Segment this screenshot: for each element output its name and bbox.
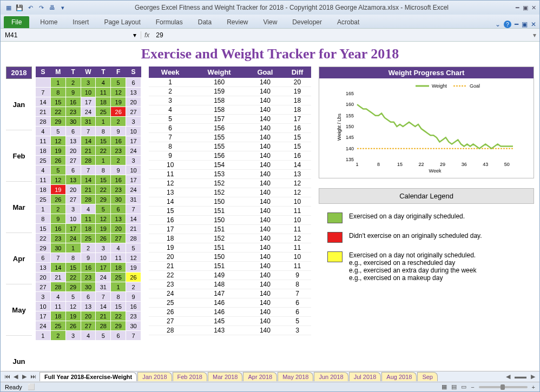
calendar-cell[interactable]: 14 xyxy=(36,97,51,107)
name-box[interactable]: M41 ▾ xyxy=(1,31,141,39)
table-cell[interactable]: 8 xyxy=(149,142,192,151)
calendar-cell[interactable]: 23 xyxy=(81,273,96,282)
calendar-cell[interactable]: 13 xyxy=(65,175,81,185)
calendar-cell[interactable]: 17 xyxy=(81,97,96,107)
calendar-cell[interactable]: 10 xyxy=(126,165,141,175)
calendar-cell[interactable]: 8 xyxy=(96,165,111,175)
calendar-cell[interactable]: 19 xyxy=(96,224,111,234)
calendar-cell[interactable]: 7 xyxy=(96,292,111,302)
calendar-cell[interactable]: 24 xyxy=(36,321,51,331)
calendar-cell[interactable]: 30 xyxy=(50,243,65,253)
calendar-cell[interactable]: 12 xyxy=(50,136,65,146)
table-cell[interactable]: 156 xyxy=(192,124,246,133)
table-cell[interactable]: 9 xyxy=(149,151,192,161)
table-cell[interactable]: 140 xyxy=(247,308,284,317)
table-cell[interactable]: 140 xyxy=(247,262,284,271)
table-cell[interactable]: 3 xyxy=(284,326,311,335)
table-cell[interactable]: 156 xyxy=(192,151,246,161)
calendar-cell[interactable]: 4 xyxy=(50,292,65,302)
calendar-cell[interactable]: 25 xyxy=(36,195,51,204)
tab-home[interactable]: Home xyxy=(34,16,64,28)
calendar-cell[interactable]: 30 xyxy=(81,282,96,292)
sheet-tab[interactable]: Full Year 2018-Exercise-Weight xyxy=(39,372,137,381)
calendar-cell[interactable]: 25 xyxy=(81,234,96,243)
table-cell[interactable]: 158 xyxy=(192,105,246,115)
formula-input[interactable]: 29 xyxy=(153,31,530,39)
calendar-cell[interactable]: 4 xyxy=(36,165,51,175)
table-cell[interactable]: 11 xyxy=(284,243,311,253)
calendar-cell[interactable]: 27 xyxy=(36,282,51,292)
table-cell[interactable]: 20 xyxy=(149,253,192,262)
window-restore-icon[interactable]: ▣ xyxy=(522,21,528,28)
calendar-cell[interactable]: 2 xyxy=(65,78,81,88)
sheet-tab[interactable]: Sep xyxy=(417,372,438,381)
tab-nav-last-icon[interactable]: ⏭ xyxy=(29,373,37,380)
calendar-cell[interactable]: 4 xyxy=(36,127,51,136)
window-close-icon[interactable]: ✕ xyxy=(531,21,536,28)
calendar-cell[interactable]: 27 xyxy=(65,195,81,204)
calendar-cell[interactable]: 26 xyxy=(50,156,65,165)
calendar-cell[interactable]: 14 xyxy=(126,214,141,224)
tab-formulas[interactable]: Formulas xyxy=(149,16,189,28)
table-cell[interactable]: 140 xyxy=(247,289,284,298)
calendar-cell[interactable]: 28 xyxy=(81,195,96,204)
calendar-cell[interactable]: 22 xyxy=(36,234,51,243)
table-cell[interactable]: 11 xyxy=(284,225,311,234)
table-cell[interactable]: 15 xyxy=(284,142,311,151)
calendar-cell[interactable]: 29 xyxy=(65,282,81,292)
calendar-cell[interactable]: 1 xyxy=(50,78,65,88)
calendar-cell[interactable]: 2 xyxy=(111,156,126,165)
calendar-cell[interactable]: 7 xyxy=(126,331,141,341)
hscroll-left-icon[interactable]: ◀ xyxy=(506,373,510,380)
sheet-tab[interactable]: Jun 2018 xyxy=(314,372,348,381)
calendar-cell[interactable]: 21 xyxy=(81,146,96,156)
calendar-cell[interactable]: 16 xyxy=(126,302,141,311)
calendar-cell[interactable]: 13 xyxy=(36,263,51,273)
calendar-cell[interactable]: 20 xyxy=(65,146,81,156)
calendar-cell[interactable]: 1 xyxy=(36,331,51,341)
calendar-cell[interactable]: 17 xyxy=(96,263,111,273)
calendar-cell[interactable]: 5 xyxy=(96,331,111,341)
calendar-cell[interactable]: 13 xyxy=(65,136,81,146)
table-cell[interactable]: 11 xyxy=(284,207,311,216)
table-cell[interactable]: 6 xyxy=(284,308,311,317)
view-layout-icon[interactable]: ▤ xyxy=(451,383,457,390)
calendar-cell[interactable]: 5 xyxy=(126,243,141,253)
calendar-cell[interactable]: 17 xyxy=(36,311,51,321)
calendar-cell[interactable]: 20 xyxy=(111,224,126,234)
calendar-cell[interactable]: 11 xyxy=(36,136,51,146)
calendar-cell[interactable]: 26 xyxy=(65,321,81,331)
tab-data[interactable]: Data xyxy=(192,16,218,28)
calendar-cell[interactable]: 29 xyxy=(36,243,51,253)
table-cell[interactable]: 21 xyxy=(149,262,192,271)
calendar-cell[interactable]: 1 xyxy=(65,243,81,253)
calendar-cell[interactable]: 13 xyxy=(81,302,96,311)
undo-icon[interactable]: ↶ xyxy=(25,3,35,12)
calendar-cell[interactable]: 6 xyxy=(65,127,81,136)
calendar-cell[interactable]: 7 xyxy=(36,88,51,97)
table-cell[interactable]: 140 xyxy=(247,197,284,207)
tab-nav-prev-icon[interactable]: ◀ xyxy=(11,373,20,380)
table-cell[interactable]: 10 xyxy=(284,197,311,207)
table-cell[interactable]: 140 xyxy=(247,243,284,253)
calendar-cell[interactable]: 10 xyxy=(96,253,111,263)
table-cell[interactable]: 6 xyxy=(284,298,311,308)
calendar-cell[interactable]: 12 xyxy=(96,214,111,224)
qat-dropdown-icon[interactable]: ▾ xyxy=(58,3,68,12)
table-cell[interactable]: 15 xyxy=(149,207,192,216)
calendar-cell[interactable]: 5 xyxy=(50,165,65,175)
ribbon-minimize-icon[interactable]: ⌄ xyxy=(495,21,501,28)
macro-record-icon[interactable]: ⬜ xyxy=(28,383,35,390)
table-cell[interactable]: 19 xyxy=(284,87,311,96)
calendar-cell[interactable]: 21 xyxy=(126,224,141,234)
table-cell[interactable]: 15 xyxy=(284,133,311,142)
table-cell[interactable]: 4 xyxy=(149,105,192,115)
view-break-icon[interactable]: ▭ xyxy=(461,383,466,390)
sheet-tab[interactable]: Jan 2018 xyxy=(137,372,172,381)
table-cell[interactable]: 140 xyxy=(247,234,284,243)
calendar-cell[interactable]: 31 xyxy=(81,117,96,127)
calendar-cell[interactable]: 11 xyxy=(96,88,111,97)
calendar-cell[interactable]: 12 xyxy=(50,175,65,185)
table-cell[interactable]: 153 xyxy=(192,170,246,179)
table-cell[interactable]: 140 xyxy=(247,151,284,161)
